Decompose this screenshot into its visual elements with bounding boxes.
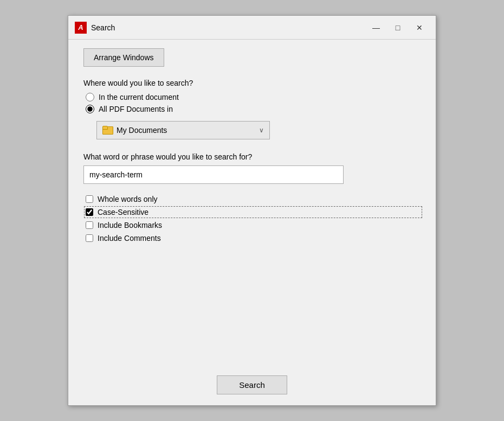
search-term-input[interactable] [83,165,344,184]
search-location-label: Where would you like to search? [83,79,421,87]
arrange-windows-button[interactable]: Arrange Windows [83,48,164,67]
radio-current-document[interactable]: In the current document [86,93,421,101]
checkbox-whole-words-input[interactable] [86,195,93,203]
adobe-icon: A [75,22,87,34]
folder-icon [102,126,112,135]
checkbox-include-comments[interactable]: Include Comments [86,234,421,243]
radio-all-label: All PDF Documents in [99,105,173,113]
search-button[interactable]: Search [217,375,287,394]
search-location-radio-group: In the current document All PDF Document… [83,93,421,113]
checkbox-case-sensitive-input[interactable] [86,208,93,216]
radio-all-pdf[interactable]: All PDF Documents in [86,105,421,113]
checkbox-case-sensitive-label: Case-Sensitive [98,208,148,216]
checkbox-include-bookmarks[interactable]: Include Bookmarks [86,221,421,229]
radio-current-input[interactable] [86,93,94,101]
dropdown-inner: My Documents [102,126,167,135]
content-area: Arrange Windows Where would you like to … [68,40,436,370]
checkbox-include-bookmarks-input[interactable] [86,221,93,229]
main-window: A Search — □ ✕ Arrange Windows Where wou… [68,15,436,406]
maximize-button[interactable]: □ [388,20,408,35]
checkbox-include-comments-label: Include Comments [98,234,161,243]
search-term-label: What word or phrase would you like to se… [83,152,421,161]
window-title: Search [91,23,115,32]
title-bar-controls: — □ ✕ [366,20,429,35]
minimize-button[interactable]: — [366,20,386,35]
checkbox-include-bookmarks-label: Include Bookmarks [98,221,162,229]
checkbox-whole-words-label: Whole words only [98,195,158,203]
title-bar-left: A Search [75,22,115,34]
checkbox-whole-words[interactable]: Whole words only [86,195,421,203]
options-checkbox-group: Whole words only Case-Sensitive Include … [83,195,421,243]
close-button[interactable]: ✕ [410,20,429,35]
dropdown-arrow-icon: ∨ [259,126,264,134]
radio-all-input[interactable] [86,105,94,113]
location-dropdown-container: My Documents ∨ [96,121,421,139]
dropdown-value: My Documents [117,126,167,135]
title-bar: A Search — □ ✕ [68,16,436,40]
footer: Search [68,370,436,405]
checkbox-include-comments-input[interactable] [86,234,93,242]
radio-current-label: In the current document [99,93,179,101]
checkbox-case-sensitive[interactable]: Case-Sensitive [86,208,421,216]
location-dropdown[interactable]: My Documents ∨ [96,121,270,139]
